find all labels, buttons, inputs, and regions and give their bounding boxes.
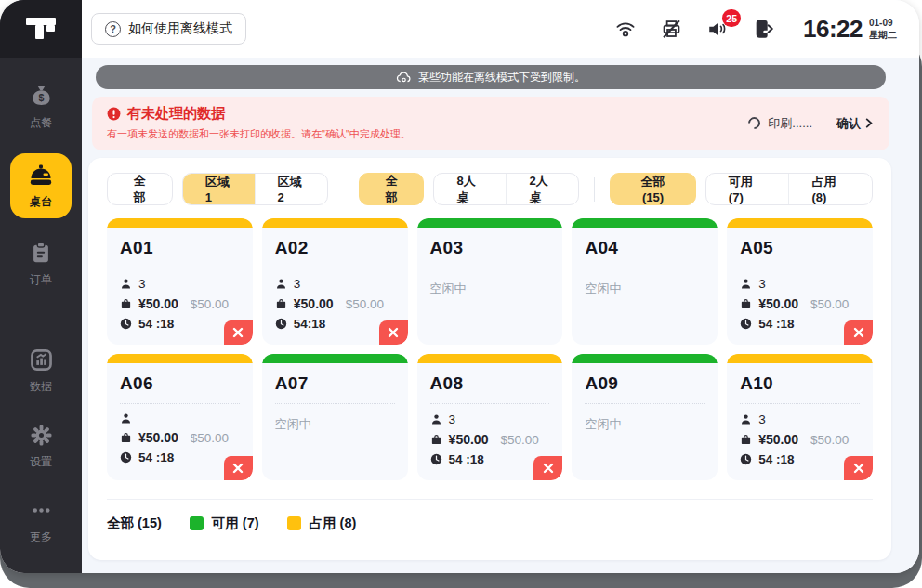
table-card[interactable]: A06 ¥50.00 $50.00 xyxy=(107,354,253,480)
notification-badge: 25 xyxy=(722,9,741,27)
table-name: A09 xyxy=(585,373,705,394)
money-bag-small-icon xyxy=(120,298,132,310)
person-icon xyxy=(120,278,132,290)
table-persons-count: 3 xyxy=(758,277,766,291)
card-divider xyxy=(740,268,860,268)
table-occupied-info: 3 ¥50.00 $50.00 54:18 xyxy=(275,277,395,331)
sidebar-item-label: 订单 xyxy=(30,272,52,288)
close-icon xyxy=(388,327,399,338)
app-logo xyxy=(0,0,82,58)
card-divider xyxy=(120,268,240,268)
table-amount-row: ¥50.00 $50.00 xyxy=(120,296,240,311)
wifi-icon[interactable] xyxy=(614,19,637,39)
sidebar-item-data[interactable]: 数据 xyxy=(10,342,72,400)
table-persons-row xyxy=(120,412,240,425)
table-persons-count: 3 xyxy=(294,277,301,291)
table-persons-row: 3 xyxy=(430,412,550,426)
table-amount-row: ¥50.00 $50.00 xyxy=(740,296,860,311)
table-card[interactable]: A07 空闲中 xyxy=(262,354,408,480)
gear-icon xyxy=(29,423,54,448)
alert-title: 有未处理的数据 xyxy=(127,105,225,123)
alert-description: 有一项未发送的数据和一张未打印的收据。请在"确认"中完成处理。 xyxy=(107,127,748,141)
sidebar-item-orders[interactable]: 订单 xyxy=(10,235,72,294)
table-occupied-info: 3 ¥50.00 $50.00 54 :18 xyxy=(740,412,860,466)
table-card-body: A07 空闲中 xyxy=(262,363,408,442)
table-card-body: A10 3 ¥50.00 $50.00 xyxy=(727,363,873,476)
close-table-button[interactable] xyxy=(533,456,562,480)
table-card[interactable]: A04 空闲中 xyxy=(572,218,718,345)
filter-area-option[interactable]: 区域2 xyxy=(255,174,327,204)
close-icon xyxy=(853,463,864,474)
occupied-swatch-icon xyxy=(287,516,301,530)
filter-divider xyxy=(594,177,595,202)
table-name: A10 xyxy=(740,373,860,394)
table-name: A05 xyxy=(740,238,860,258)
table-amount-cny: ¥50.00 xyxy=(758,432,798,447)
table-duration-row: 54 :18 xyxy=(740,452,860,466)
table-card[interactable]: A08 3 ¥50.00 $50.00 xyxy=(417,354,563,480)
time-display: 16:22 xyxy=(803,15,863,44)
close-table-button[interactable] xyxy=(844,456,873,480)
table-amount-row: ¥50.00 $50.00 xyxy=(120,430,240,445)
table-status-bar xyxy=(262,354,408,363)
table-card[interactable]: A05 3 ¥50.00 $50.00 xyxy=(727,218,873,345)
chevron-right-icon xyxy=(865,118,873,128)
cloud-offline-icon xyxy=(396,71,412,84)
clock-icon xyxy=(740,318,752,330)
table-amount-usd: $50.00 xyxy=(500,433,538,447)
table-card[interactable]: A01 3 ¥50.00 $50.00 xyxy=(107,218,253,345)
filter-status-option[interactable]: 占用 (8) xyxy=(788,174,872,204)
topbar: 如何使用离线模式 xyxy=(82,0,919,58)
filter-status-option[interactable]: 可用 (7) xyxy=(706,174,789,204)
legend-all: 全部 (15) xyxy=(107,515,162,532)
table-status-bar xyxy=(262,218,408,228)
table-occupied-info: 3 ¥50.00 $50.00 54 :18 xyxy=(430,412,550,466)
clock-icon xyxy=(430,453,442,465)
table-grid: A01 3 ¥50.00 $50.00 xyxy=(107,218,873,480)
table-card-body: A05 3 ¥50.00 $50.00 xyxy=(727,228,873,340)
table-card-body: A01 3 ¥50.00 $50.00 xyxy=(107,228,253,340)
sidebar-item-settings[interactable]: 设置 xyxy=(10,417,72,476)
table-card[interactable]: A02 3 ¥50.00 $50.00 xyxy=(262,218,408,345)
table-card[interactable]: A03 空闲中 xyxy=(417,218,563,345)
filter-size-segment: 8人桌 2人桌 xyxy=(433,173,579,205)
money-bag-small-icon xyxy=(740,434,752,446)
offline-banner-text: 某些功能在离线模式下受到限制。 xyxy=(418,70,586,85)
card-divider xyxy=(430,268,550,268)
table-card[interactable]: A09 空闲中 xyxy=(572,354,718,480)
close-table-button[interactable] xyxy=(224,320,253,345)
table-duration-row: 54:18 xyxy=(275,317,395,331)
sidebar-item-label: 设置 xyxy=(30,454,52,470)
offline-help-button[interactable]: 如何使用离线模式 xyxy=(91,13,246,45)
filter-status-all[interactable]: 全部(15) xyxy=(610,173,696,205)
card-divider xyxy=(430,403,550,404)
table-card[interactable]: A10 3 ¥50.00 $50.00 xyxy=(727,354,873,480)
table-persons-count: 3 xyxy=(449,412,456,426)
table-amount-row: ¥50.00 $50.00 xyxy=(740,432,860,447)
table-amount-usd: $50.00 xyxy=(346,297,384,311)
announcement-icon[interactable]: 25 xyxy=(706,18,729,40)
confirm-button[interactable]: 确认 xyxy=(836,115,873,132)
table-status-bar xyxy=(572,218,718,228)
filter-area-all[interactable]: 全部 xyxy=(107,173,173,205)
filter-size-option[interactable]: 2人桌 xyxy=(506,174,578,204)
table-card-body: A03 空闲中 xyxy=(417,228,563,307)
topbar-icons: 25 16:22 01-09 星期二 xyxy=(614,15,897,44)
sidebar-item-more[interactable]: 更多 xyxy=(10,492,72,551)
printer-off-icon[interactable] xyxy=(661,19,682,40)
table-amount-cny: ¥50.00 xyxy=(449,432,489,447)
table-duration: 54 :18 xyxy=(449,452,484,466)
close-table-button[interactable] xyxy=(379,320,408,345)
filter-size-all[interactable]: 全部 xyxy=(359,173,425,205)
filter-size-option[interactable]: 8人桌 xyxy=(434,174,506,204)
close-table-button[interactable] xyxy=(224,456,253,480)
filter-area-option[interactable]: 区域1 xyxy=(183,174,255,204)
device: $ 点餐 桌台 xyxy=(0,0,922,588)
sidebar-item-tables[interactable]: 桌台 xyxy=(10,153,72,218)
logout-icon[interactable] xyxy=(753,18,775,40)
table-status-bar xyxy=(572,354,718,363)
close-table-button[interactable] xyxy=(844,320,873,345)
confirm-label: 确认 xyxy=(836,115,861,132)
sidebar: $ 点餐 桌台 xyxy=(0,0,82,573)
sidebar-item-order[interactable]: $ 点餐 xyxy=(10,78,72,137)
